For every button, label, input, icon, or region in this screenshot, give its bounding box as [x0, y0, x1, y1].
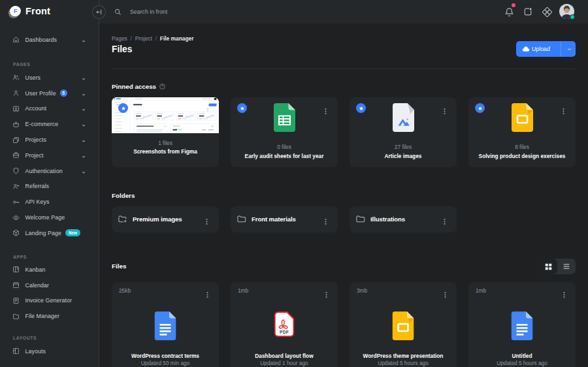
svg-text:PDF: PDF: [280, 330, 289, 334]
